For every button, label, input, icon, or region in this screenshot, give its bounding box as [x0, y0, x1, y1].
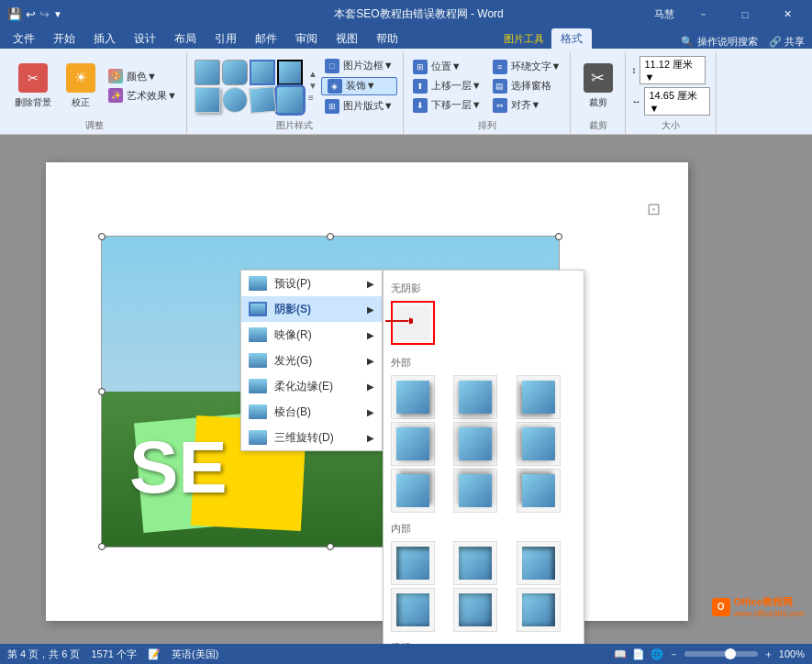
zoom-in-icon[interactable]: ＋ [763, 647, 773, 661]
style-up[interactable]: ▲ [308, 69, 317, 79]
style-item-6[interactable] [222, 87, 248, 113]
handle-tr[interactable] [555, 233, 562, 240]
height-icon: ↕ [631, 65, 636, 75]
tab-layout[interactable]: 布局 [165, 28, 206, 49]
outer-shadow-4[interactable] [391, 422, 435, 466]
outer-shadow-6[interactable] [517, 422, 561, 466]
handle-tm[interactable] [327, 233, 334, 240]
menu-bevel[interactable]: 棱台(B) ▶ [241, 399, 382, 425]
outer-shadow-7[interactable] [391, 469, 435, 513]
menu-3d-rotation[interactable]: 三维旋转(D) ▶ [241, 425, 382, 450]
outer-shadow-8[interactable] [453, 469, 497, 513]
bevel-icon [249, 404, 267, 419]
style-more[interactable]: ≡ [308, 93, 317, 103]
minimize-button[interactable]: － [682, 0, 724, 28]
save-icon[interactable]: 💾 [7, 7, 22, 21]
correct-button[interactable]: ☀ 校正 [61, 55, 101, 117]
inner-shadow-1[interactable] [391, 541, 435, 585]
crop-content: ✂ 裁剪 [578, 52, 618, 119]
color-button[interactable]: 🎨 颜色▼ [105, 67, 181, 85]
art-effects-button[interactable]: ✨ 艺术效果▼ [105, 86, 181, 105]
customize-icon[interactable]: ▼ [53, 9, 62, 19]
picture-effects-button[interactable]: ◈ 装饰▼ [321, 77, 397, 95]
page-handle: ⊡ [647, 199, 661, 219]
read-mode-icon[interactable]: 📖 [614, 648, 627, 660]
tab-references[interactable]: 引用 [206, 28, 246, 49]
menu-glow[interactable]: 发光(G) ▶ [241, 348, 382, 373]
outer-shadow-3[interactable] [517, 375, 561, 419]
menu-soft-edges[interactable]: 柔化边缘(E) ▶ [241, 373, 382, 399]
handle-tl[interactable] [98, 233, 106, 240]
handle-ml[interactable] [98, 388, 106, 395]
style-item-4[interactable] [277, 60, 303, 85]
menu-reflection[interactable]: 映像(R) ▶ [241, 322, 382, 348]
search-icon[interactable]: 🔍 [681, 36, 694, 48]
web-layout-icon[interactable]: 🌐 [651, 648, 663, 660]
inner-shadow-6[interactable] [517, 588, 561, 632]
undo-icon[interactable]: ↩ [26, 7, 36, 21]
tab-help[interactable]: 帮助 [367, 28, 407, 49]
outer-shadow-5[interactable] [453, 422, 497, 466]
menu-shadow[interactable]: 阴影(S) ▶ [241, 296, 382, 322]
zoom-out-icon[interactable]: － [669, 647, 679, 661]
outer-s4 [396, 427, 429, 460]
style-item-1[interactable] [195, 60, 220, 85]
tab-mailings[interactable]: 邮件 [246, 28, 286, 49]
zoom-handle[interactable] [725, 648, 736, 659]
print-layout-icon[interactable]: 📄 [632, 648, 645, 660]
document-area: SE ⊡ 预设(P) ▶ 阴影(S) ▶ 映像(R) [0, 135, 812, 644]
tab-file[interactable]: 文件 [4, 28, 44, 49]
tab-format[interactable]: 格式 [551, 28, 592, 49]
crop-label: 裁剪 [589, 119, 607, 134]
height-input[interactable]: 11.12 厘米▼ [640, 56, 706, 84]
inner-shadow-4[interactable] [391, 588, 435, 632]
style-item-3[interactable] [250, 60, 275, 85]
zoom-level[interactable]: 100% [779, 648, 805, 659]
select-pane-button[interactable]: ▤ 选择窗格 [489, 77, 565, 95]
close-button[interactable]: ✕ [766, 0, 808, 28]
outer-shadow-2[interactable] [453, 375, 497, 419]
remove-background-button[interactable]: ✂ 删除背景 [9, 55, 57, 117]
style-item-active[interactable] [277, 87, 303, 113]
language[interactable]: 英语(美国) [172, 647, 218, 661]
zoom-slider[interactable] [684, 651, 758, 657]
outer-s9 [522, 474, 555, 507]
picture-layout-button[interactable]: ⊞ 图片版式▼ [321, 97, 397, 116]
inner-shadow-2[interactable] [453, 541, 497, 585]
position-button[interactable]: ⊞ 位置▼ [409, 58, 485, 76]
tab-review[interactable]: 审阅 [286, 28, 327, 49]
redo-icon[interactable]: ↪ [39, 7, 50, 21]
bring-forward-button[interactable]: ⬆ 上移一层▼ [409, 77, 485, 95]
restore-button[interactable]: □ [724, 0, 766, 28]
style-item-2[interactable] [222, 60, 248, 85]
style-item-7[interactable] [249, 85, 276, 113]
outer-shadow-1[interactable] [391, 375, 435, 419]
tab-insert[interactable]: 插入 [84, 28, 125, 49]
inner-s1 [396, 547, 429, 580]
watermark: O Office教程网 www.office369.com [712, 595, 805, 618]
handle-bl[interactable] [98, 543, 106, 550]
menu-preset[interactable]: 预设(P) ▶ [241, 271, 382, 296]
style-down[interactable]: ▼ [308, 81, 317, 91]
crop-button[interactable]: ✂ 裁剪 [578, 55, 618, 117]
outer-shadow-9[interactable] [517, 469, 561, 513]
search-hint: 操作说明搜索 [697, 35, 758, 49]
inner-shadow-5[interactable] [453, 588, 497, 632]
ribbon: ✂ 删除背景 ☀ 校正 🎨 颜色▼ ✨ 艺术效果▼ 调整 [0, 49, 812, 135]
width-input[interactable]: 14.65 厘米▼ [644, 87, 710, 116]
watermark-logo: O Office教程网 www.office369.com [712, 595, 805, 618]
share-button[interactable]: 🔗 共享 [769, 35, 805, 49]
tab-design[interactable]: 设计 [125, 28, 165, 49]
align-button[interactable]: ⇔ 对齐▼ [489, 96, 565, 115]
handle-bm[interactable] [327, 543, 334, 550]
picture-border-button[interactable]: □ 图片边框▼ [321, 57, 397, 75]
wrap-text-button[interactable]: ≡ 环绕文字▼ [489, 58, 565, 76]
inner-shadow-3[interactable] [517, 541, 561, 585]
layout-icon: ⊞ [325, 99, 339, 114]
tab-view[interactable]: 视图 [327, 28, 367, 49]
style-item-5[interactable] [195, 87, 220, 113]
outer-s6 [522, 427, 555, 460]
tab-home[interactable]: 开始 [44, 28, 84, 49]
send-back-button[interactable]: ⬇ 下移一层▼ [409, 96, 485, 115]
spell-check-icon[interactable]: 📝 [148, 648, 161, 660]
